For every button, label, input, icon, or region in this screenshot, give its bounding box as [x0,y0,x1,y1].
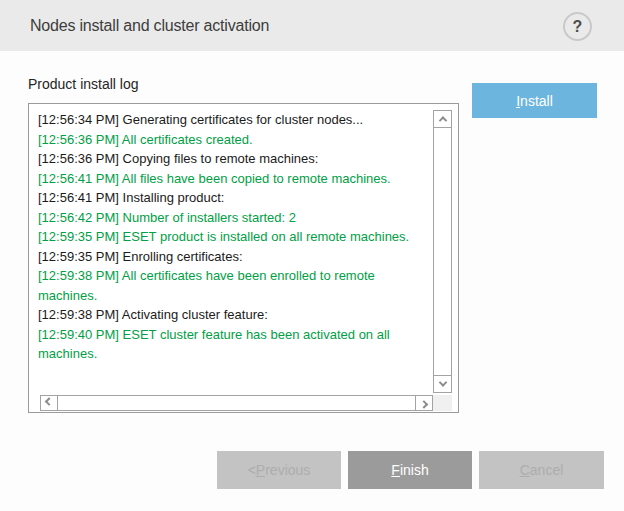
log-timestamp: [12:56:41 PM] [38,190,119,205]
log-message: All files have been copied to remote mac… [122,171,391,186]
scroll-down-button[interactable] [434,375,451,392]
cancel-button[interactable]: Cancel [479,451,604,489]
log-entry: [12:56:41 PM] All files have been copied… [38,169,428,189]
log-timestamp: [12:56:42 PM] [38,210,119,225]
finish-button[interactable]: Finish [348,451,472,489]
log-timestamp: [12:56:36 PM] [38,151,119,166]
log-message: All certificates created. [122,132,253,147]
log-entry: [12:56:36 PM] Copying files to remote ma… [38,149,428,169]
previous-button[interactable]: < Previous [217,451,341,489]
question-mark-icon: ? [573,19,583,35]
log-timestamp: [12:56:41 PM] [38,171,119,186]
header: Nodes install and cluster activation ? [0,0,624,51]
log-entry: [12:59:35 PM] ESET product is installed … [38,227,428,247]
log-message: Copying files to remote machines: [123,151,319,166]
chevron-down-icon [438,378,446,386]
log-timestamp: [12:59:35 PM] [38,249,119,264]
log-message: Activating cluster feature: [122,307,268,322]
log-message: Number of installers started: 2 [123,210,296,225]
install-log-box[interactable]: [12:56:34 PM] Generating certificates fo… [28,103,459,413]
log-timestamp: [12:59:38 PM] [38,307,119,322]
log-message: ESET product is installed on all remote … [123,229,410,244]
chevron-left-icon [45,397,53,405]
log-entry: [12:56:42 PM] Number of installers start… [38,208,428,228]
log-timestamp: [12:59:40 PM] [38,327,119,342]
log-entry: [12:59:35 PM] Enrolling certificates: [38,247,428,267]
vertical-scrollbar[interactable] [433,110,452,393]
log-content[interactable]: [12:56:34 PM] Generating certificates fo… [29,104,428,394]
log-entry: [12:56:34 PM] Generating certificates fo… [38,110,428,130]
chevron-up-icon [438,116,446,124]
chevron-right-icon [420,400,428,408]
help-button[interactable]: ? [563,12,592,41]
log-entry: [12:56:41 PM] Installing product: [38,188,428,208]
log-message: Installing product: [123,190,225,205]
log-timestamp: [12:59:38 PM] [38,268,119,283]
horizontal-scrollbar[interactable] [40,395,433,411]
log-message: Generating certificates for cluster node… [123,112,364,127]
scrollbar-corner [433,395,452,411]
log-entry: [12:59:40 PM] ESET cluster feature has b… [38,325,428,364]
scroll-up-button[interactable] [434,111,451,128]
log-timestamp: [12:56:34 PM] [38,112,119,127]
page-title: Nodes install and cluster activation [30,0,269,51]
log-timestamp: [12:59:35 PM] [38,229,119,244]
log-message: Enrolling certificates: [123,249,243,264]
install-button[interactable]: Install [472,83,597,118]
scroll-left-button[interactable] [41,396,58,410]
scroll-right-button[interactable] [415,396,432,410]
wizard-window: Nodes install and cluster activation ? P… [0,0,624,511]
log-entry: [12:56:36 PM] All certificates created. [38,130,428,150]
log-label: Product install log [28,76,139,92]
log-timestamp: [12:56:36 PM] [38,132,119,147]
log-entry: [12:59:38 PM] All certificates have been… [38,266,428,305]
log-entry: [12:59:38 PM] Activating cluster feature… [38,305,428,325]
